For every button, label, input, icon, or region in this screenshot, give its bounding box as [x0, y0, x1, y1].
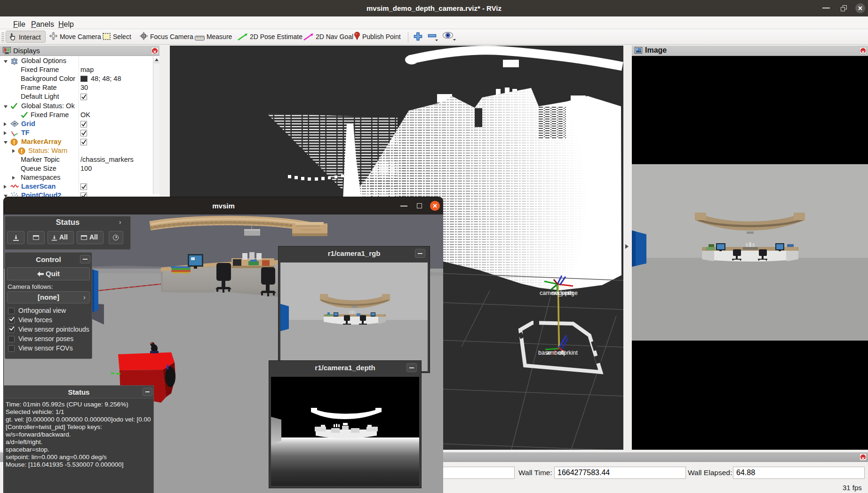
svg-text:otprkint: otprkint: [558, 350, 578, 356]
svg-text:age: age: [568, 290, 578, 296]
